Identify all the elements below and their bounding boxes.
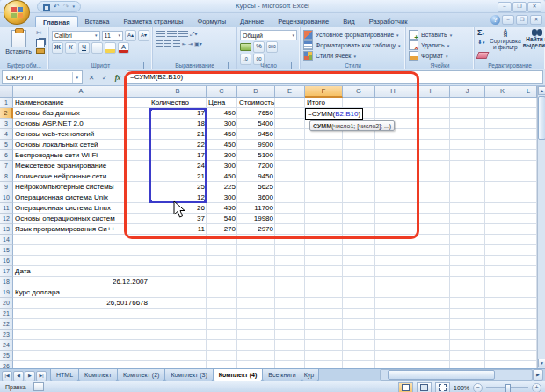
percent-style-icon[interactable]: % [253,41,265,53]
ribbon-tab-разработчик[interactable]: Разработчик [362,16,415,27]
sheet-tab-кур[interactable]: Кур [302,369,319,381]
align-right-icon[interactable] [173,40,180,48]
cell-A18[interactable]: 26.12.2007 [13,277,149,287]
copy-icon[interactable] [36,39,45,47]
cell-A5[interactable]: Основы локальных сетей [13,140,149,150]
ribbon-tab-данные[interactable]: Данные [233,16,271,27]
horizontal-scrollbar[interactable] [380,369,533,381]
grow-font-icon[interactable]: A▴ [125,30,136,41]
cell-A7[interactable]: Межсетевое экранирование [13,161,149,171]
cell-C2[interactable]: 450 [207,108,237,119]
row-header-9[interactable]: 9 [0,182,13,192]
cell-D6[interactable]: 5100 [237,150,275,161]
row-header-16[interactable]: 16 [0,256,13,266]
conditional-formatting-button[interactable]: Условное форматирование▾ [303,30,403,40]
insert-function-icon[interactable]: fx [112,72,124,83]
ribbon-tab-вставка[interactable]: Вставка [78,16,117,27]
row-header-19[interactable]: 19 [0,287,13,298]
column-header-L[interactable]: L [520,86,537,98]
page-break-view-icon[interactable] [435,382,450,392]
zoom-level[interactable]: 100% [454,385,469,391]
row-header-8[interactable]: 8 [0,171,13,182]
cell-D11[interactable]: 11700 [237,203,275,214]
cell-A6[interactable]: Беспроводные сети Wi-Fi [13,150,149,161]
sheet-tab-комплект[interactable]: Комплект [78,369,118,381]
range-handle-bl[interactable] [149,200,152,203]
cell-D2[interactable]: 7650 [237,108,275,119]
alignment-dialog-launcher-icon[interactable] [228,62,235,69]
row-header-1[interactable]: 1 [0,98,13,108]
row-header-18[interactable]: 18 [0,277,13,287]
cell-D7[interactable]: 7200 [237,161,275,171]
normal-view-icon[interactable] [398,382,413,392]
fill-icon[interactable]: ⬇▾ [477,39,488,46]
cell-D9[interactable]: 5625 [237,182,275,192]
cell-C9[interactable]: 225 [207,182,237,192]
vertical-scrollbar[interactable]: ▲ ▼ [537,86,545,368]
borders-icon[interactable] [91,42,103,54]
cell-A10[interactable]: Операционная система Unix [13,192,149,203]
workbook-close-icon[interactable]: ✕ [530,15,542,25]
comma-style-icon[interactable]: 000 [266,41,278,53]
align-middle-icon[interactable] [167,31,177,39]
ribbon-tab-вид[interactable]: Вид [336,16,362,27]
help-icon[interactable]: ? [490,15,500,25]
format-painter-icon[interactable] [36,48,45,54]
column-header-B[interactable]: B [149,86,207,98]
horizontal-scroll-thumb[interactable] [388,370,495,380]
clipboard-dialog-launcher-icon[interactable] [40,62,47,69]
workbook-minimize-icon[interactable]: – [502,15,514,25]
close-icon[interactable]: ✕ [527,2,541,12]
workbook-restore-icon[interactable]: ❐ [516,15,528,25]
cell-B12[interactable]: 37 [149,214,207,224]
macro-record-icon[interactable] [33,382,44,391]
ribbon-tab-разметка-страницы[interactable]: Разметка страницы [116,16,190,27]
row-header-23[interactable]: 23 [0,330,13,340]
cell-C13[interactable]: 270 [207,224,237,235]
cell-C4[interactable]: 450 [207,129,237,140]
format-as-table-button[interactable]: Форматировать как таблицу▾ [303,40,403,50]
cell-C11[interactable]: 450 [207,203,237,214]
row-header-21[interactable]: 21 [0,309,13,319]
formula-input[interactable]: =СУММ(B2:B10) [127,70,543,84]
row-header-14[interactable]: 14 [0,235,13,245]
font-dialog-launcher-icon[interactable] [143,62,150,69]
enter-icon[interactable]: ✓ [98,72,111,83]
maximize-icon[interactable]: ❐ [512,2,527,12]
accounting-format-icon[interactable] [240,43,251,51]
cell-C8[interactable]: 450 [207,171,237,182]
sheet-tab-комплект-4[interactable]: Комплект (4) [213,369,264,381]
shrink-font-icon[interactable]: A▾ [138,30,149,41]
cell-F1[interactable]: Итого [305,98,343,108]
row-header-17[interactable]: 17 [0,266,13,277]
range-handle-tr[interactable] [204,108,207,111]
zoom-slider-handle[interactable] [505,384,511,392]
row-header-5[interactable]: 5 [0,140,13,150]
cell-B1[interactable]: Количество [149,98,207,108]
row-header-7[interactable]: 7 [0,161,13,171]
column-header-F[interactable]: F [305,86,343,98]
row-header-25[interactable]: 25 [0,351,13,361]
row-header-10[interactable]: 10 [0,192,13,203]
select-all-corner[interactable] [0,86,13,98]
column-header-D[interactable]: D [237,86,275,98]
page-layout-view-icon[interactable] [417,382,432,392]
zoom-out-icon[interactable]: − [473,383,483,392]
insert-cells-button[interactable]: Вставить▾ [409,30,471,40]
row-header-2[interactable]: 2 [0,108,13,119]
zoom-in-icon[interactable]: + [532,383,541,392]
active-cell-editor[interactable]: =СУММ(B2:B10) [305,108,363,120]
sheet-tab-комплект-3[interactable]: Комплект (3) [164,369,213,381]
align-bottom-icon[interactable] [178,31,188,39]
range-handle-br[interactable] [204,200,207,203]
cell-A12[interactable]: Основы операционных систем [13,214,149,224]
underline-button[interactable]: Ч [78,42,90,54]
cell-A2[interactable]: Основы баз данных [13,108,149,119]
cell-A8[interactable]: Логические нейронные сети [13,171,149,182]
cell-A1[interactable]: Наименование [13,98,149,108]
orientation-icon[interactable]: ⤢▾ [190,30,198,39]
scroll-right-icon[interactable]: ▶ [533,369,543,381]
cell-C6[interactable]: 300 [207,150,237,161]
cell-D12[interactable]: 19980 [237,214,275,224]
sheet-tab-html[interactable]: HTML [50,369,79,381]
